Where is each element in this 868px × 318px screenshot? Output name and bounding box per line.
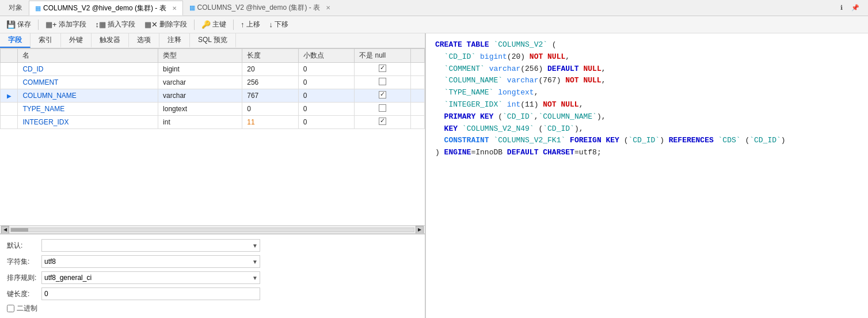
table-icon-1: ▦	[35, 5, 41, 12]
h-scroll-left-btn[interactable]: ◀	[1, 226, 9, 234]
insert-field-icon: ↕▦	[96, 20, 106, 29]
row-decimal[interactable]: 0	[298, 76, 354, 89]
key-length-input[interactable]	[41, 287, 260, 300]
tab-options[interactable]: 选项	[129, 33, 159, 48]
row-type[interactable]: varchar	[158, 76, 242, 89]
notnull-checkbox[interactable]	[379, 78, 386, 85]
default-select[interactable]	[41, 239, 260, 252]
main-area: 字段 索引 外键 触发器 选项 注释 SQL 预览 名 类型 长度	[0, 33, 868, 318]
tab-table-2[interactable]: ▦ COLUMNS_V2 @hive_demo (集群) - 表 ✕	[183, 1, 337, 16]
h-scroll-right-btn[interactable]: ▶	[416, 226, 424, 234]
notnull-checkbox[interactable]	[379, 91, 386, 99]
col-name-header: 名	[18, 49, 158, 63]
tab-bar: 对象 ▦ COLUMNS_V2 @hive_demo (集群) - 表 ✕ ▦ …	[0, 0, 868, 16]
insert-field-label: 插入字段	[108, 20, 135, 29]
notnull-checkbox[interactable]	[379, 118, 386, 125]
charset-label: 字符集:	[7, 257, 41, 267]
collation-select-wrapper: utf8_general_ci ▼	[41, 271, 260, 284]
save-icon: 💾	[6, 20, 16, 29]
row-notnull	[355, 76, 410, 89]
sql-line-10: ) ENGINE=InnoDB DEFAULT CHARSET=utf8;	[435, 147, 859, 159]
delete-field-button[interactable]: ▦✕ 删除字段	[140, 18, 191, 31]
row-length[interactable]: 20	[242, 63, 298, 76]
tab-sql-preview[interactable]: SQL 预览	[190, 33, 236, 48]
row-extra	[410, 63, 424, 76]
row-name[interactable]: CD_ID	[18, 63, 158, 76]
row-decimal[interactable]: 0	[298, 116, 354, 129]
row-type[interactable]: varchar	[158, 89, 242, 103]
key-length-label: 键长度:	[7, 289, 41, 299]
tab-close-2[interactable]: ✕	[326, 5, 330, 11]
collation-label: 排序规则:	[7, 273, 41, 283]
row-indicator	[1, 63, 18, 76]
primary-key-label: 主键	[212, 20, 226, 29]
save-button[interactable]: 💾 保存	[2, 18, 35, 31]
tab-table-2-label: COLUMNS_V2 @hive_demo (集群) - 表	[197, 3, 321, 13]
tab-object[interactable]: 对象	[2, 1, 29, 16]
row-decimal[interactable]: 0	[298, 103, 354, 116]
toolbar-sep-1	[38, 20, 39, 30]
col-type-header: 类型	[158, 49, 242, 63]
collation-row: 排序规则: utf8_general_ci ▼	[7, 271, 418, 284]
move-up-button[interactable]: ↑ 上移	[237, 18, 264, 31]
row-decimal[interactable]: 0	[298, 63, 354, 76]
row-name[interactable]: TYPE_NAME	[18, 103, 158, 116]
delete-field-icon: ▦✕	[144, 20, 158, 29]
row-length[interactable]: 0	[242, 103, 298, 116]
tab-comments[interactable]: 注释	[159, 33, 190, 48]
charset-select[interactable]: utf8	[41, 255, 260, 268]
row-notnull	[355, 103, 410, 116]
row-name[interactable]: COLUMN_NAME	[18, 89, 158, 103]
col-decimal-header: 小数点	[298, 49, 354, 63]
row-notnull	[355, 63, 410, 76]
row-type[interactable]: bigint	[158, 63, 242, 76]
tab-index[interactable]: 索引	[31, 33, 61, 48]
table-icon-2: ▦	[189, 4, 195, 12]
move-down-button[interactable]: ↓ 下移	[265, 18, 293, 31]
tab-close-1[interactable]: ✕	[172, 5, 177, 12]
tab-foreign-key[interactable]: 外键	[61, 33, 92, 48]
row-name[interactable]: INTEGER_IDX	[18, 116, 158, 129]
row-notnull	[355, 89, 410, 103]
add-field-button[interactable]: ▦+ 添加字段	[41, 18, 90, 31]
row-length[interactable]: 767	[242, 89, 298, 103]
left-panel: 字段 索引 外键 触发器 选项 注释 SQL 预览 名 类型 长度	[0, 33, 426, 318]
row-indicator	[1, 116, 18, 129]
toolbar-sep-2	[194, 20, 195, 30]
charset-row: 字符集: utf8 ▼	[7, 255, 418, 268]
save-label: 保存	[17, 20, 31, 29]
notnull-checkbox[interactable]	[379, 104, 386, 112]
charset-select-wrapper: utf8 ▼	[41, 255, 260, 268]
row-length[interactable]: 256	[242, 76, 298, 89]
default-row: 默认: ▼	[7, 239, 418, 252]
tab-triggers[interactable]: 触发器	[92, 33, 129, 48]
row-type[interactable]: int	[158, 116, 242, 129]
toolbar: 💾 保存 ▦+ 添加字段 ↕▦ 插入字段 ▦✕ 删除字段 🔑 主键 ↑ 上移 ↓…	[0, 16, 868, 33]
move-up-label: 上移	[246, 20, 260, 29]
pin-icon[interactable]: 📌	[850, 2, 861, 14]
sql-line-8: KEY `COLUMNS_V2_N49` (`CD_ID`),	[435, 123, 859, 135]
row-extra	[410, 76, 424, 89]
row-decimal[interactable]: 0	[298, 89, 354, 103]
collation-select[interactable]: utf8_general_ci	[41, 271, 260, 284]
row-name[interactable]: COMMENT	[18, 76, 158, 89]
insert-field-button[interactable]: ↕▦ 插入字段	[92, 18, 140, 31]
primary-key-button[interactable]: 🔑 主键	[197, 18, 230, 31]
sql-line-4: `COLUMN_NAME` varchar(767) NOT NULL,	[435, 75, 859, 87]
table-area: 名 类型 长度 小数点 不是 null CD_IDbigint200COMMEN…	[0, 48, 425, 225]
binary-checkbox[interactable]	[7, 305, 14, 312]
info-icon[interactable]: ℹ	[836, 2, 847, 14]
row-extra	[410, 89, 424, 103]
tab-table-1[interactable]: ▦ COLUMNS_V2 @hive_demo (集群) - 表 ✕	[29, 1, 183, 16]
row-indicator	[1, 76, 18, 89]
h-scroll-thumb	[11, 228, 28, 232]
row-length[interactable]: 11	[242, 116, 298, 129]
row-extra	[410, 103, 424, 116]
row-type[interactable]: longtext	[158, 103, 242, 116]
h-scroll-track[interactable]	[10, 228, 414, 232]
tab-fields[interactable]: 字段	[0, 33, 31, 48]
fields-table: 名 类型 长度 小数点 不是 null CD_IDbigint200COMMEN…	[0, 48, 425, 129]
add-field-label: 添加字段	[59, 20, 86, 29]
notnull-checkbox[interactable]	[379, 65, 386, 72]
sql-line-6: `INTEGER_IDX` int(11) NOT NULL,	[435, 99, 859, 111]
